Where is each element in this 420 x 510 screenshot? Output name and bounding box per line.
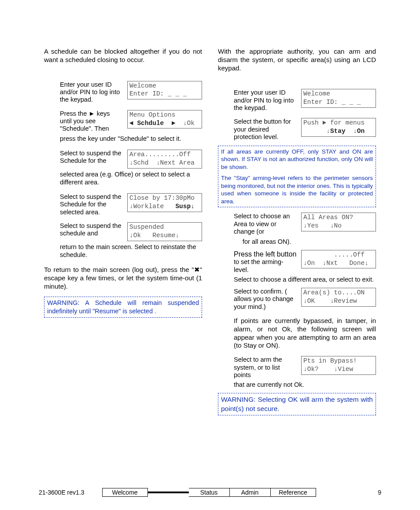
step-text-a: Press the left button	[234, 250, 296, 258]
footer-tab: Admin	[230, 488, 271, 497]
lcd-line: Suspended	[129, 224, 164, 231]
lcd-display: All Areas ON? ↓Yes ↓No	[301, 213, 376, 231]
lcd-line: Susp↓	[175, 203, 195, 210]
lcd-line: ↓Ok	[175, 120, 195, 127]
step-cont: press the key under "Schedule" to select…	[44, 135, 202, 143]
lcd-line: All Areas ON?	[303, 214, 353, 221]
step-text: Select to suspend the schedule and	[60, 222, 123, 238]
lcd-line: Area(s) to....ON	[303, 289, 365, 296]
lcd-line: Close by 17:30pMo	[129, 194, 195, 202]
step-text: Enter your user ID and/or PIN to log int…	[234, 89, 297, 112]
step: Select to choose an Area to view or chan…	[218, 213, 376, 235]
mid-paragraph: If points are currently bypassed, in tam…	[218, 317, 376, 350]
page-number: 9	[378, 489, 381, 496]
note-box: If all areas are currently OFF, only STA…	[218, 146, 376, 208]
step: Select the button for your desired prote…	[218, 118, 376, 141]
lcd-line: ↓Worklate	[129, 203, 175, 210]
lcd-display: Push ► for menus ↓Stay ↓On	[301, 118, 376, 137]
lcd-display: Pts in Bypass! ↓Ok? ↓View	[301, 356, 376, 375]
doc-revision: 21-3600E rev1.3	[39, 489, 85, 496]
lcd-line: Welcome	[303, 90, 330, 97]
lcd-line: ↓Yes ↓No	[303, 222, 342, 229]
step-text: Select to confirm. ( allows you to chang…	[234, 288, 297, 311]
lcd-line: Welcome	[129, 82, 156, 89]
lcd-display: Close by 17:30pMo ↓Worklate Susp↓	[127, 193, 202, 212]
step-text-b: to set the arming-level.	[234, 258, 284, 273]
footer: 21-3600E rev1.3 Welcome Status Admin Ref…	[39, 488, 381, 497]
step: Press the left button to set the arming-…	[218, 250, 376, 274]
step-cont: Select to choose a different area, or se…	[218, 275, 376, 283]
warning-box: WARNING: Selecting OK will arm the syste…	[218, 393, 376, 415]
step: Select to confirm. ( allows you to chang…	[218, 288, 376, 311]
return-paragraph: To return to the main screen (log out), …	[44, 266, 202, 290]
step-cont: that are currently not Ok.	[218, 381, 376, 389]
step: Select to suspend the schedule and Suspe…	[44, 222, 202, 241]
lcd-line: ↓	[346, 128, 357, 135]
step-text: Select to suspend the Schedule for the s…	[60, 193, 123, 216]
step: Select to suspend the Schedule for the s…	[44, 193, 202, 216]
step-text: Enter your user ID and/or PIN to log int…	[60, 81, 123, 104]
lcd-line: ↓Ok? ↓View	[303, 366, 353, 373]
step-text: Select to suspend the Schedule for the	[60, 150, 123, 165]
lcd-line: Enter ID: _ _ _	[129, 90, 187, 97]
lcd-line: ↓OK ↓Review	[303, 297, 357, 305]
footer-tab-active	[148, 492, 189, 493]
footer-tab: Status	[189, 488, 230, 497]
lcd-display: Area(s) to....ON ↓OK ↓Review	[301, 288, 376, 307]
lcd-line: Stay	[330, 128, 346, 135]
footer-tab: Welcome	[102, 488, 148, 497]
lcd-line: ↓	[303, 128, 330, 135]
step-text: Select to choose an Area to view or chan…	[234, 213, 297, 235]
lcd-display: Area.........Off ↓Schd ↓Next Area	[127, 150, 202, 169]
step: Enter your user ID and/or PIN to log int…	[44, 81, 202, 104]
lcd-display: Suspended ↓Ok Resume↓	[127, 222, 202, 241]
lcd-line: ↓On ↓Nxt Done↓	[303, 260, 368, 267]
step-cont: selected area (e.g. Office) or select to…	[44, 170, 202, 186]
lcd-line: On	[357, 128, 365, 135]
footer-inner: 21-3600E rev1.3 Welcome Status Admin Ref…	[39, 488, 381, 497]
footer-tab: Reference	[271, 488, 316, 497]
document-page: A schedule can be blocked altogether if …	[0, 0, 420, 510]
lcd-display: Menu Options ◄ Schdule ► ↓Ok	[127, 110, 202, 129]
step-text: Select the button for your desired prote…	[234, 118, 297, 141]
step: Enter your user ID and/or PIN to log int…	[218, 89, 376, 112]
step-text: Press the left button to set the arming-…	[234, 250, 297, 274]
intro-paragraph: A schedule can be blocked altogether if …	[44, 48, 202, 64]
step-cont: for all areas ON).	[218, 238, 376, 246]
left-column: A schedule can be blocked altogether if …	[44, 48, 202, 421]
lcd-display: Welcome Enter ID: _ _ _	[127, 81, 202, 100]
lcd-line: Area.........Off	[129, 151, 191, 158]
lcd-line: Push ► for menus	[303, 119, 365, 126]
lcd-line: Pts in Bypass!	[303, 357, 357, 364]
lcd-line: ↓Ok Resume↓	[129, 232, 179, 239]
lcd-line: Enter ID: _ _ _	[303, 99, 361, 106]
step: Select to arm the system, or to list poi…	[218, 356, 376, 379]
step-text: Press the ► keys until you see "Schedule…	[60, 110, 123, 133]
note-text: If all areas are currently OFF, only STA…	[221, 148, 373, 171]
intro-paragraph: With the appropriate authority, you can …	[218, 48, 376, 72]
warning-box: WARNING: A Schedule will remain suspende…	[44, 297, 202, 318]
step: Select to suspend the Schedule for the A…	[44, 150, 202, 169]
lcd-display: .....Off ↓On ↓Nxt Done↓	[301, 250, 376, 269]
lcd-line: ↓Schd ↓Next Area	[129, 159, 195, 166]
step-cont: return to the main screen. Select to rei…	[44, 243, 202, 259]
step-text: Select to arm the system, or to list poi…	[234, 356, 297, 379]
note-text: The "Stay" arming-level refers to the pe…	[221, 174, 373, 205]
lcd-line: .....Off	[303, 251, 365, 258]
two-column-layout: A schedule can be blocked altogether if …	[44, 48, 376, 421]
lcd-line: ◄ Schdule ►	[129, 120, 175, 127]
right-column: With the appropriate authority, you can …	[218, 48, 376, 421]
step: Press the ► keys until you see "Schedule…	[44, 110, 202, 133]
lcd-line: Menu Options	[129, 111, 175, 118]
lcd-display: Welcome Enter ID: _ _ _	[301, 89, 376, 108]
